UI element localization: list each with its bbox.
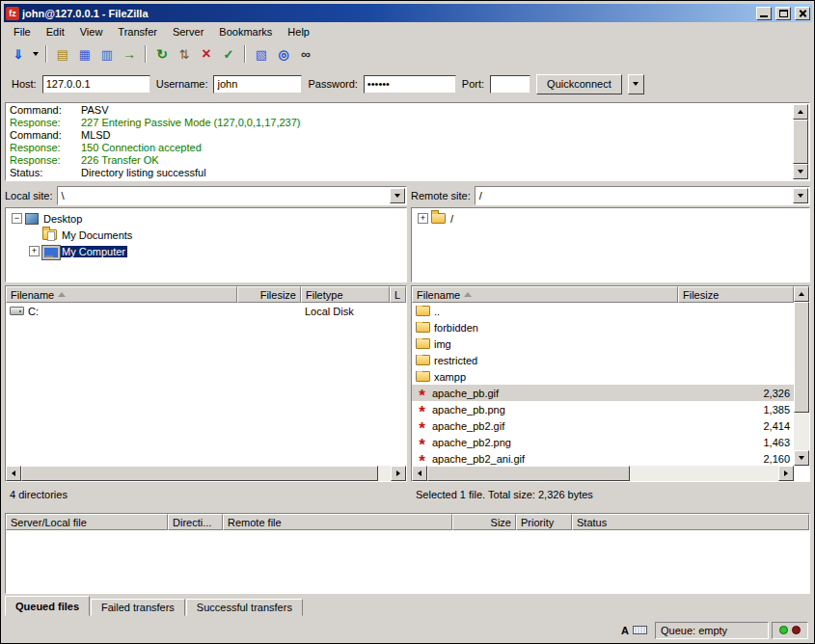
close-button[interactable] bbox=[795, 7, 810, 20]
green-led-icon bbox=[779, 626, 788, 634]
column-header-filename[interactable]: Filename bbox=[6, 286, 237, 303]
password-input[interactable] bbox=[364, 75, 456, 94]
folder-icon bbox=[416, 338, 430, 349]
column-header-server-local-file[interactable]: Server/Local file bbox=[6, 514, 168, 530]
scroll-right-button[interactable] bbox=[391, 466, 406, 481]
menu-help[interactable]: Help bbox=[280, 24, 317, 40]
remote-vscrollbar[interactable] bbox=[794, 286, 809, 466]
column-header-remote-file[interactable]: Remote file bbox=[223, 514, 452, 530]
indicator-icons: A bbox=[616, 622, 652, 639]
host-input[interactable] bbox=[42, 75, 150, 94]
chevron-down-icon bbox=[33, 52, 39, 56]
site-manager-dropdown-button[interactable] bbox=[30, 44, 41, 64]
expand-icon[interactable]: + bbox=[418, 213, 428, 224]
expand-icon[interactable]: + bbox=[29, 246, 40, 256]
username-input[interactable] bbox=[213, 75, 302, 94]
collapse-icon[interactable]: − bbox=[12, 213, 22, 224]
remote-site-dropdown-button[interactable] bbox=[793, 188, 808, 203]
tab-successful-transfers[interactable]: Successful transfers bbox=[186, 599, 303, 616]
tree-item-my-documents[interactable]: My Documents bbox=[25, 227, 406, 243]
scrollbar-thumb[interactable] bbox=[21, 466, 378, 481]
column-header-filesize[interactable]: Filesize bbox=[237, 286, 301, 303]
minimize-button[interactable] bbox=[756, 7, 772, 20]
tab-queued-files[interactable]: Queued files bbox=[5, 596, 90, 616]
remote-file-row[interactable]: *apache_pb.png 1,385 bbox=[412, 401, 794, 417]
log-line: Response:227 Entering Passive Mode (127,… bbox=[10, 117, 792, 129]
menu-edit[interactable]: Edit bbox=[39, 24, 72, 40]
menu-bookmarks[interactable]: Bookmarks bbox=[211, 24, 280, 40]
column-header-filetype[interactable]: Filetype bbox=[301, 286, 390, 303]
remote-file-row[interactable]: xampp bbox=[412, 368, 794, 385]
toolbar-separator bbox=[145, 45, 147, 63]
local-file-row[interactable]: C: Local Disk bbox=[6, 303, 406, 319]
scroll-down-button[interactable] bbox=[793, 164, 808, 179]
local-tree-icon: ▦ bbox=[79, 48, 91, 61]
column-header-filesize[interactable]: Filesize bbox=[678, 286, 794, 303]
scroll-up-button[interactable] bbox=[793, 104, 808, 120]
column-header-direction[interactable]: Directi... bbox=[168, 514, 223, 530]
scroll-left-button[interactable] bbox=[6, 466, 21, 481]
column-header-status[interactable]: Status bbox=[572, 514, 809, 530]
tree-item-desktop[interactable]: − Desktop bbox=[8, 210, 406, 227]
titlebar[interactable]: fz john@127.0.0.1 - FileZilla bbox=[4, 4, 812, 22]
remote-file-row[interactable]: .. bbox=[412, 303, 794, 319]
scrollbar-thumb[interactable] bbox=[427, 466, 630, 481]
remote-site-combo[interactable]: / bbox=[475, 186, 810, 205]
find-button[interactable]: ◎ bbox=[273, 44, 294, 64]
filezilla-logo-icon: fz bbox=[6, 7, 19, 20]
cancel-button[interactable]: × bbox=[196, 44, 217, 64]
local-hscrollbar[interactable] bbox=[6, 466, 406, 481]
local-status-text: 4 directories bbox=[5, 484, 407, 505]
scroll-right-button[interactable] bbox=[778, 466, 794, 481]
maximize-button[interactable] bbox=[775, 7, 791, 20]
filter-button[interactable]: ∞ bbox=[295, 44, 316, 64]
remote-file-row[interactable]: *apache_pb2.gif 2,414 bbox=[412, 417, 794, 434]
toggle-message-log-button[interactable]: ▤ bbox=[52, 44, 73, 64]
menu-view[interactable]: View bbox=[72, 24, 111, 40]
local-site-combo[interactable]: \ bbox=[57, 186, 407, 205]
remote-tree: + / bbox=[411, 207, 810, 282]
disconnect-button[interactable]: ✓ bbox=[218, 44, 239, 64]
my-documents-icon bbox=[42, 229, 57, 240]
log-scrollbar[interactable] bbox=[793, 104, 808, 179]
toggle-remote-tree-button[interactable]: ▥ bbox=[96, 44, 118, 64]
remote-hscrollbar[interactable] bbox=[412, 466, 794, 481]
column-header-filename[interactable]: Filename bbox=[412, 286, 678, 303]
column-header-lastmodified[interactable]: L bbox=[390, 286, 406, 303]
tree-item-root[interactable]: + / bbox=[414, 210, 809, 227]
menu-transfer[interactable]: Transfer bbox=[110, 24, 165, 40]
remote-file-row-selected[interactable]: *apache_pb.gif 2,326 bbox=[412, 385, 794, 401]
menu-file[interactable]: File bbox=[6, 24, 39, 40]
refresh-button[interactable]: ↻ bbox=[151, 44, 173, 64]
directory-comparison-icon: ▧ bbox=[256, 48, 267, 61]
remote-file-row[interactable]: *apache_pb2.png 1,463 bbox=[412, 434, 794, 450]
tab-failed-transfers[interactable]: Failed transfers bbox=[91, 599, 185, 616]
log-text: 227 Entering Passive Mode (127,0,0,1,17,… bbox=[81, 117, 300, 129]
scroll-up-button[interactable] bbox=[794, 286, 809, 302]
quickconnect-button[interactable]: Quickconnect bbox=[536, 74, 622, 94]
image-file-icon: * bbox=[416, 442, 428, 448]
scroll-left-button[interactable] bbox=[412, 466, 427, 481]
quickconnect-dropdown-button[interactable] bbox=[628, 74, 644, 94]
toggle-local-tree-button[interactable]: ▦ bbox=[74, 44, 95, 64]
scrollbar-thumb[interactable] bbox=[793, 120, 808, 164]
file-name: xampp bbox=[434, 371, 466, 383]
site-manager-button[interactable]: ⇓ bbox=[8, 44, 29, 64]
scrollbar-thumb[interactable] bbox=[794, 302, 809, 413]
remote-file-row[interactable]: *apache_pb2_ani.gif 2,160 bbox=[412, 450, 794, 467]
transfer-queue: Server/Local file Directi... Remote file… bbox=[5, 513, 810, 594]
toggle-queue-button[interactable]: → bbox=[119, 44, 140, 64]
tree-item-my-computer[interactable]: + My Computer bbox=[25, 243, 406, 259]
local-site-dropdown-button[interactable] bbox=[390, 188, 405, 203]
directory-comparison-button[interactable]: ▧ bbox=[251, 44, 272, 64]
remote-file-row[interactable]: img bbox=[412, 335, 794, 352]
process-queue-button[interactable]: ⇅ bbox=[174, 44, 195, 64]
remote-file-row[interactable]: restricted bbox=[412, 352, 794, 368]
drive-icon bbox=[10, 307, 24, 315]
remote-file-row[interactable]: forbidden bbox=[412, 319, 794, 335]
column-header-priority[interactable]: Priority bbox=[516, 514, 572, 530]
column-header-size[interactable]: Size bbox=[452, 514, 516, 530]
menu-server[interactable]: Server bbox=[165, 24, 211, 40]
port-input[interactable] bbox=[490, 75, 530, 94]
scroll-down-button[interactable] bbox=[794, 450, 809, 466]
